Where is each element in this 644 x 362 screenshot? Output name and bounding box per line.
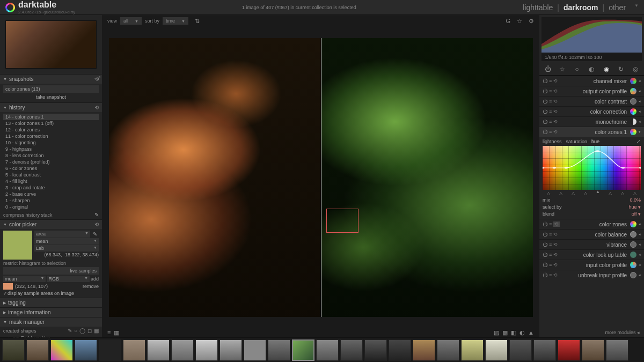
power-icon[interactable]: ⏻ bbox=[543, 65, 553, 73]
history-item[interactable]: 1 - sharpen bbox=[3, 197, 99, 204]
power-icon[interactable]: ⏻ bbox=[543, 272, 547, 278]
reset-icon[interactable]: ⟲ bbox=[553, 221, 560, 227]
chevron-left-icon[interactable]: ◂ bbox=[639, 253, 641, 257]
tab-darkroom[interactable]: darkroom bbox=[564, 3, 598, 12]
tone-group-icon[interactable]: ◐ bbox=[586, 65, 597, 73]
multi-icon[interactable]: ≡ bbox=[549, 221, 552, 227]
history-item[interactable]: 12 - color zones bbox=[3, 127, 99, 133]
thumb[interactable] bbox=[244, 339, 266, 361]
histogram[interactable]: 1/640 f/4.0 102mm iso 100 bbox=[541, 17, 642, 61]
multi-icon[interactable]: ≡ bbox=[549, 252, 552, 257]
history-item[interactable]: 14 - color zones 1 bbox=[3, 114, 99, 120]
add-sample-button[interactable]: add bbox=[91, 276, 99, 282]
chevron-left-icon[interactable]: ◂ bbox=[639, 109, 641, 114]
mask-manager-header[interactable]: ▼ mask manager bbox=[0, 317, 102, 327]
thumb[interactable] bbox=[413, 339, 435, 361]
reset-icon[interactable]: ⟲ bbox=[553, 119, 558, 124]
gamut-icon[interactable]: ◐ bbox=[519, 329, 525, 336]
power-icon[interactable]: ⏻ bbox=[543, 129, 547, 135]
remove-sample-button[interactable]: remove bbox=[83, 284, 99, 289]
module-input-color-profile[interactable]: ⏻≡⟲ input color profile ◂ bbox=[539, 260, 644, 270]
path-icon[interactable]: ◻ bbox=[87, 328, 92, 334]
color-group-icon[interactable]: ◉ bbox=[601, 65, 612, 73]
snapshots-header[interactable]: ▼ snapshots ⟲ bbox=[0, 74, 102, 84]
top-dropdown-icon[interactable]: ▼ bbox=[634, 3, 639, 12]
history-item[interactable]: 13 - color zones 1 (off) bbox=[3, 120, 99, 127]
thumb[interactable] bbox=[437, 339, 459, 361]
multi-icon[interactable]: ≡ bbox=[549, 78, 552, 84]
tab-other[interactable]: other bbox=[609, 3, 626, 12]
chevron-left-icon[interactable]: ◂ bbox=[639, 273, 641, 277]
split-divider[interactable] bbox=[321, 38, 321, 317]
multi-icon[interactable]: ≡ bbox=[549, 232, 552, 237]
module-vibrance[interactable]: ⏻≡⟲ vibrance ◂ bbox=[539, 239, 644, 249]
power-icon[interactable]: ⏻ bbox=[543, 221, 547, 227]
more-modules-button[interactable]: more modules ◂ bbox=[539, 328, 644, 337]
blend-value[interactable]: off ▾ bbox=[632, 211, 641, 217]
reset-icon[interactable]: ⟲ bbox=[553, 129, 558, 135]
history-header[interactable]: ▼ history ⟲ bbox=[0, 102, 102, 112]
eyedropper-icon[interactable]: ✎ bbox=[91, 231, 99, 238]
power-icon[interactable]: ⏻ bbox=[543, 88, 547, 94]
navigation-preview[interactable] bbox=[5, 20, 97, 69]
color-zones-editor[interactable] bbox=[543, 146, 641, 190]
history-item[interactable]: 2 - base curve bbox=[3, 191, 99, 197]
chevron-left-icon[interactable]: ◂ bbox=[639, 263, 641, 267]
effect-group-icon[interactable]: ◎ bbox=[630, 65, 641, 73]
thumb[interactable] bbox=[606, 339, 628, 361]
reset-icon[interactable]: ⟲ bbox=[553, 262, 558, 268]
thumb[interactable] bbox=[509, 339, 532, 361]
thumb[interactable] bbox=[99, 339, 121, 361]
picker-mean-select[interactable]: mean▼ bbox=[34, 238, 99, 245]
chevron-left-icon[interactable]: ◂ bbox=[639, 89, 641, 93]
power-icon[interactable]: ⏻ bbox=[543, 252, 547, 257]
chevron-left-icon[interactable]: ◂ bbox=[639, 242, 641, 247]
history-item[interactable]: 8 - lens correction bbox=[3, 152, 99, 159]
history-item[interactable]: 3 - crop and rotate bbox=[3, 184, 99, 191]
multi-icon[interactable]: ≡ bbox=[549, 129, 552, 135]
thumb[interactable] bbox=[316, 339, 339, 361]
history-item[interactable]: 6 - color zones bbox=[3, 165, 99, 172]
live-samples-button[interactable]: live samples bbox=[3, 267, 99, 275]
thumb[interactable] bbox=[171, 339, 194, 361]
thumb[interactable] bbox=[485, 339, 508, 361]
history-item[interactable]: 4 - fill light bbox=[3, 178, 99, 184]
take-snapshot-button[interactable]: take snapshot bbox=[3, 93, 99, 101]
multi-icon[interactable]: ≡ bbox=[549, 88, 552, 94]
thumb[interactable] bbox=[75, 339, 97, 361]
reset-icon[interactable]: ⟲ bbox=[553, 252, 558, 257]
multi-icon[interactable]: ≡ bbox=[549, 272, 552, 278]
overlay-icon[interactable]: ▲ bbox=[528, 329, 534, 336]
reset-icon[interactable]: ⟲ bbox=[553, 88, 558, 94]
brush-icon[interactable]: ✎ bbox=[68, 328, 72, 334]
thumb[interactable] bbox=[461, 339, 484, 361]
thumb[interactable] bbox=[533, 339, 556, 361]
module-color-zones-1[interactable]: ⏻≡⟲ color zones 1 ▾ bbox=[539, 127, 644, 137]
thumb[interactable] bbox=[123, 339, 145, 361]
basic-group-icon[interactable]: ○ bbox=[572, 65, 582, 73]
chevron-left-icon[interactable]: ◂ bbox=[639, 232, 641, 237]
gear-icon[interactable]: ⚙ bbox=[529, 18, 534, 25]
multi-icon[interactable]: ≡ bbox=[549, 99, 552, 104]
group-icon[interactable]: G bbox=[506, 18, 510, 24]
compress-history-button[interactable]: compress history stack bbox=[3, 212, 94, 218]
ellipse-icon[interactable]: ◯ bbox=[79, 328, 85, 334]
reset-icon[interactable]: ⟲ bbox=[553, 232, 558, 237]
thumb[interactable] bbox=[195, 339, 218, 361]
module-color-look-up-table[interactable]: ⏻≡⟲ color look up table ◂ bbox=[539, 249, 644, 260]
reset-icon[interactable]: ⟲ bbox=[94, 105, 99, 110]
thumb[interactable] bbox=[364, 339, 387, 361]
expand-preview-icon[interactable]: ⤢ bbox=[96, 75, 101, 82]
styles-icon[interactable]: ▦ bbox=[114, 329, 119, 336]
tab-hue[interactable]: hue bbox=[591, 139, 599, 144]
tagging-header[interactable]: ▶ tagging bbox=[0, 298, 102, 307]
module-unbreak-input-profile[interactable]: ⏻≡⟲ unbreak input profile ◂ bbox=[539, 270, 644, 280]
multi-icon[interactable]: ≡ bbox=[549, 242, 552, 247]
correction-group-icon[interactable]: ↻ bbox=[616, 65, 626, 73]
tab-saturation[interactable]: saturation bbox=[566, 139, 588, 144]
expand-icon[interactable]: ⤢ bbox=[636, 139, 641, 144]
module-color-balance[interactable]: ⏻≡⟲ color balance ◂ bbox=[539, 229, 644, 239]
picker-lab-select[interactable]: Lab▼ bbox=[34, 245, 99, 252]
sort-direction-icon[interactable]: ⇅ bbox=[195, 18, 200, 25]
reset-icon[interactable]: ⟲ bbox=[553, 242, 558, 247]
